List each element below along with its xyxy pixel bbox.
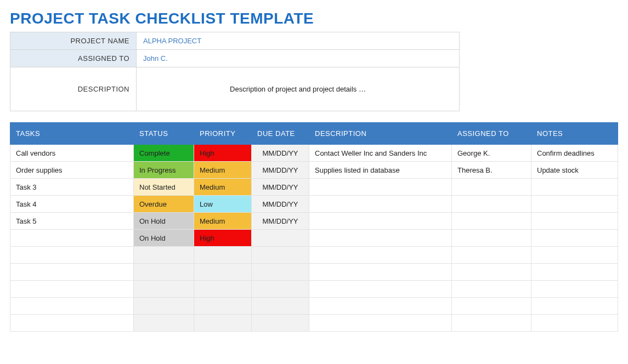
- table-row: [10, 247, 618, 264]
- cell-assigned-to[interactable]: [452, 230, 531, 247]
- cell-notes[interactable]: [531, 230, 618, 247]
- cell-description[interactable]: [309, 179, 452, 196]
- cell-due-date[interactable]: [252, 315, 309, 332]
- cell-due-date[interactable]: MM/DD/YY: [252, 213, 309, 230]
- cell-due-date[interactable]: MM/DD/YY: [252, 179, 309, 196]
- cell-task[interactable]: [10, 315, 134, 332]
- cell-description[interactable]: [309, 247, 452, 264]
- cell-priority[interactable]: [194, 281, 252, 298]
- cell-status[interactable]: [134, 298, 194, 315]
- cell-due-date[interactable]: MM/DD/YY: [252, 162, 309, 179]
- cell-priority[interactable]: [194, 315, 252, 332]
- cell-task[interactable]: [10, 281, 134, 298]
- cell-status[interactable]: On Hold: [134, 213, 194, 230]
- cell-status[interactable]: Overdue: [134, 196, 194, 213]
- cell-task[interactable]: [10, 247, 134, 264]
- cell-task[interactable]: [10, 298, 134, 315]
- cell-assigned-to[interactable]: [452, 247, 531, 264]
- assigned-to-label: ASSIGNED TO: [10, 50, 137, 67]
- cell-description[interactable]: [309, 264, 452, 281]
- cell-description[interactable]: [309, 315, 452, 332]
- cell-assigned-to[interactable]: Theresa B.: [452, 162, 531, 179]
- cell-due-date[interactable]: [252, 247, 309, 264]
- cell-task[interactable]: [10, 264, 134, 281]
- cell-due-date[interactable]: [252, 298, 309, 315]
- cell-description[interactable]: Contact Weller Inc and Sanders Inc: [309, 145, 452, 162]
- info-row-project-name: PROJECT NAME ALPHA PROJECT: [10, 32, 460, 50]
- info-row-assigned-to: ASSIGNED TO John C.: [10, 50, 460, 67]
- project-name-label: PROJECT NAME: [10, 32, 137, 50]
- cell-assigned-to[interactable]: [452, 315, 531, 332]
- cell-due-date[interactable]: [252, 281, 309, 298]
- cell-notes[interactable]: [531, 196, 618, 213]
- table-row: Task 4OverdueLowMM/DD/YY: [10, 196, 618, 213]
- cell-task[interactable]: Task 5: [10, 213, 134, 230]
- col-due-date: DUE DATE: [252, 123, 309, 145]
- cell-priority[interactable]: [194, 298, 252, 315]
- table-row: [10, 264, 618, 281]
- cell-task[interactable]: Task 4: [10, 196, 134, 213]
- info-row-description: DESCRIPTION Description of project and p…: [10, 67, 460, 111]
- cell-status[interactable]: In Progress: [134, 162, 194, 179]
- cell-due-date[interactable]: MM/DD/YY: [252, 145, 309, 162]
- cell-status[interactable]: Complete: [134, 145, 194, 162]
- cell-assigned-to[interactable]: [452, 298, 531, 315]
- project-info-table: PROJECT NAME ALPHA PROJECT ASSIGNED TO J…: [10, 32, 460, 111]
- cell-due-date[interactable]: [252, 230, 309, 247]
- cell-notes[interactable]: [531, 281, 618, 298]
- cell-assigned-to[interactable]: [452, 281, 531, 298]
- table-row: [10, 298, 618, 315]
- cell-assigned-to[interactable]: [452, 264, 531, 281]
- cell-description[interactable]: [309, 196, 452, 213]
- col-priority: PRIORITY: [194, 123, 252, 145]
- col-status: STATUS: [134, 123, 194, 145]
- cell-notes[interactable]: [531, 264, 618, 281]
- description-label: DESCRIPTION: [10, 67, 137, 111]
- cell-notes[interactable]: [531, 179, 618, 196]
- cell-status[interactable]: [134, 264, 194, 281]
- cell-priority[interactable]: [194, 264, 252, 281]
- cell-priority[interactable]: Medium: [194, 162, 252, 179]
- table-row: On HoldHigh: [10, 230, 618, 247]
- cell-task[interactable]: [10, 230, 134, 247]
- cell-assigned-to[interactable]: [452, 179, 531, 196]
- cell-task[interactable]: Order supplies: [10, 162, 134, 179]
- cell-assigned-to[interactable]: [452, 196, 531, 213]
- cell-notes[interactable]: [531, 213, 618, 230]
- cell-notes[interactable]: Update stock: [531, 162, 618, 179]
- cell-task[interactable]: Call vendors: [10, 145, 134, 162]
- cell-priority[interactable]: Medium: [194, 213, 252, 230]
- description-value[interactable]: Description of project and project detai…: [137, 67, 460, 111]
- cell-priority[interactable]: Low: [194, 196, 252, 213]
- table-row: Task 3Not StartedMediumMM/DD/YY: [10, 179, 618, 196]
- cell-notes[interactable]: [531, 315, 618, 332]
- cell-due-date[interactable]: [252, 264, 309, 281]
- table-row: Task 5On HoldMediumMM/DD/YY: [10, 213, 618, 230]
- cell-notes[interactable]: [531, 298, 618, 315]
- cell-priority[interactable]: [194, 247, 252, 264]
- cell-status[interactable]: Not Started: [134, 179, 194, 196]
- table-row: Order suppliesIn ProgressMediumMM/DD/YYS…: [10, 162, 618, 179]
- cell-task[interactable]: Task 3: [10, 179, 134, 196]
- cell-description[interactable]: [309, 281, 452, 298]
- table-row: [10, 281, 618, 298]
- cell-status[interactable]: [134, 315, 194, 332]
- cell-assigned-to[interactable]: George K.: [452, 145, 531, 162]
- cell-priority[interactable]: High: [194, 145, 252, 162]
- cell-priority[interactable]: Medium: [194, 179, 252, 196]
- cell-status[interactable]: [134, 247, 194, 264]
- cell-due-date[interactable]: MM/DD/YY: [252, 196, 309, 213]
- cell-description[interactable]: [309, 230, 452, 247]
- cell-assigned-to[interactable]: [452, 213, 531, 230]
- cell-description[interactable]: Supplies listed in database: [309, 162, 452, 179]
- page-title: PROJECT TASK CHECKLIST TEMPLATE: [10, 10, 618, 27]
- cell-notes[interactable]: Confirm deadlines: [531, 145, 618, 162]
- cell-status[interactable]: [134, 281, 194, 298]
- project-name-value[interactable]: ALPHA PROJECT: [137, 32, 460, 50]
- assigned-to-value[interactable]: John C.: [137, 50, 460, 67]
- cell-status[interactable]: On Hold: [134, 230, 194, 247]
- cell-priority[interactable]: High: [194, 230, 252, 247]
- cell-description[interactable]: [309, 298, 452, 315]
- cell-notes[interactable]: [531, 247, 618, 264]
- cell-description[interactable]: [309, 213, 452, 230]
